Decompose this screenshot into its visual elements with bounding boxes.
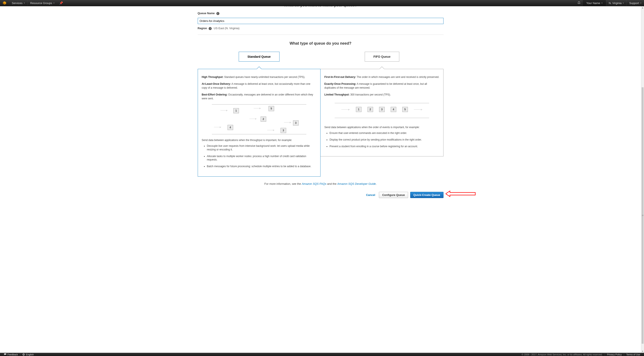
nav-region[interactable]: N. Virginia▾ [606, 0, 626, 6]
caret-down-icon: ▾ [24, 2, 25, 4]
nav-services[interactable]: Services▾ [9, 0, 28, 6]
caret-down-icon: ▾ [602, 2, 602, 4]
notifications-icon[interactable] [575, 1, 582, 5]
pin-icon[interactable]: 📌 [57, 1, 65, 5]
caret-down-icon: ▾ [54, 2, 54, 4]
nav-user[interactable]: Your Name▾ [582, 0, 606, 6]
aws-logo-icon[interactable] [2, 1, 6, 5]
nav-resource-groups[interactable]: Resource Groups▾ [28, 0, 57, 6]
caret-down-icon: ▾ [640, 2, 642, 4]
top-nav: Services▾ Resource Groups▾ 📌 Your Name▾ … [0, 0, 644, 6]
nav-support[interactable]: Support▾ [626, 0, 644, 6]
caret-down-icon: ▾ [623, 2, 624, 4]
